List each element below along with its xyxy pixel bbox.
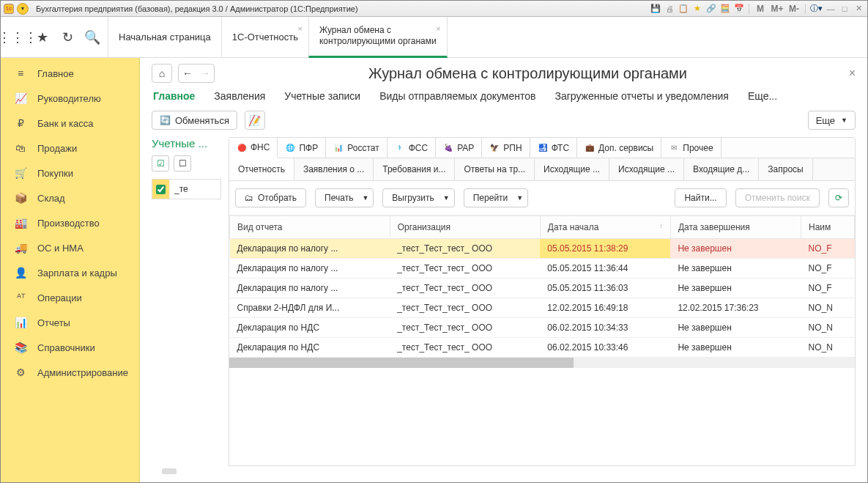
agency-label: Прочее <box>683 143 713 153</box>
mem-mminus[interactable]: M- <box>787 3 801 15</box>
print-icon[interactable]: 🖨 <box>664 3 675 15</box>
table-row[interactable]: Декларация по налогу ..._тест_Тест_тест_… <box>230 279 855 298</box>
sidebar-item[interactable]: 📈Руководителю <box>1 86 139 111</box>
doc-tab[interactable]: Исходящие ... <box>535 158 609 180</box>
save-icon[interactable]: 💾 <box>650 3 661 15</box>
agency-label: ФСС <box>409 143 428 153</box>
sidebar-item[interactable]: ⚙Администрирование <box>1 360 139 385</box>
exchange-button[interactable]: 🔄Обменяться <box>152 111 237 130</box>
subnav-item[interactable]: Загруженные отчеты и уведомления <box>554 90 729 102</box>
doc-tab[interactable]: Заявления о ... <box>294 158 374 180</box>
home-button[interactable]: ⌂ <box>152 64 172 83</box>
sidebar-icon: 👤 <box>14 267 27 279</box>
col-header[interactable]: Организация <box>390 216 540 239</box>
doc-tab[interactable]: Ответы на тр... <box>455 158 535 180</box>
table-row[interactable]: Декларация по НДС_тест_Тест_тест_ ООО06.… <box>230 338 855 358</box>
search-icon[interactable]: 🔍 <box>83 28 102 47</box>
col-header[interactable]: Дата начала↑ <box>540 216 670 239</box>
sidebar-item[interactable]: ᴬᵀОперации <box>1 285 139 310</box>
subnav-item[interactable]: Виды отправляемых документов <box>379 90 535 102</box>
horizontal-scrollbar[interactable] <box>229 358 855 368</box>
doc-tab[interactable]: Отчетность <box>229 158 294 180</box>
close-page-icon[interactable]: × <box>841 67 856 80</box>
agency-tab[interactable]: ⚕ФСС <box>387 138 436 158</box>
favorite-icon[interactable]: ★ <box>691 3 703 15</box>
scroll-handle[interactable] <box>162 468 177 474</box>
calc-icon[interactable]: 🧮 <box>719 3 731 15</box>
col-header[interactable]: Вид отчета <box>230 216 390 239</box>
table-row[interactable]: Декларация по налогу ..._тест_Тест_тест_… <box>230 259 855 279</box>
sidebar-item[interactable]: 📊Отчеты <box>1 310 139 335</box>
agency-tab[interactable]: 🛃ФТС <box>530 138 577 158</box>
history-icon[interactable]: ↻ <box>58 28 77 47</box>
agency-tab[interactable]: ✉Прочее <box>661 138 721 158</box>
table-row[interactable]: Справки 2-НДФЛ для И..._тест_Тест_тест_ … <box>230 298 855 318</box>
refresh-button[interactable]: ⟳ <box>828 188 849 207</box>
table-row[interactable]: Декларация по налогу ..._тест_Тест_тест_… <box>230 239 855 259</box>
accounts-heading: Учетные ... <box>152 137 221 150</box>
mem-m[interactable]: M <box>753 3 768 15</box>
apps-icon[interactable]: ⋮⋮⋮ <box>8 28 27 47</box>
agency-icon: 📊 <box>333 143 344 153</box>
copy-icon[interactable]: 📋 <box>678 3 689 15</box>
sidebar-item[interactable]: 🛒Покупки <box>1 161 139 185</box>
calendar-icon[interactable]: 📅 <box>733 3 745 15</box>
app-menu-dropdown[interactable]: ▾ <box>17 3 29 15</box>
reports-grid[interactable]: Вид отчетаОрганизацияДата начала↑Дата за… <box>229 215 855 465</box>
more-button[interactable]: Еще▼ <box>808 111 856 130</box>
table-row[interactable]: Декларация по НДС_тест_Тест_тест_ ООО06.… <box>230 318 855 338</box>
print-button[interactable]: Печать▼ <box>315 188 374 207</box>
doc-tab[interactable]: Запросы <box>759 158 812 180</box>
sidebar-item[interactable]: 🛍Продажи <box>1 136 139 161</box>
goto-button[interactable]: Перейти▼ <box>464 188 528 207</box>
agency-tab[interactable]: 🍇РАР <box>436 138 482 158</box>
sidebar-item[interactable]: 👤Зарплата и кадры <box>1 260 139 285</box>
sidebar-item[interactable]: 📚Справочники <box>1 335 139 360</box>
find-button[interactable]: Найти... <box>675 188 726 207</box>
subnav-item[interactable]: Главное <box>153 90 195 102</box>
agency-tab[interactable]: 🦅РПН <box>482 138 530 158</box>
sidebar-label: Банк и касса <box>37 118 94 129</box>
doc-tab[interactable]: Исходящие ... <box>609 158 684 180</box>
doc-tab[interactable]: Входящие д... <box>684 158 759 180</box>
subnav-item[interactable]: Еще... <box>748 90 777 102</box>
cell-end: Не завершен <box>670 259 801 279</box>
sidebar-item[interactable]: 📦Склад <box>1 185 139 210</box>
filter-button[interactable]: 🗂Отобрать <box>235 188 306 207</box>
close-icon[interactable]: × <box>436 24 440 33</box>
star-icon[interactable]: ★ <box>33 28 52 47</box>
export-button[interactable]: Выгрузить▼ <box>382 188 454 207</box>
close-icon[interactable]: × <box>298 24 303 33</box>
uncheck-all-icon[interactable]: ☐ <box>174 155 191 172</box>
doc-tab[interactable]: Требования и... <box>374 158 455 180</box>
disable-auto-icon[interactable]: 📝╱ <box>245 111 265 130</box>
tab-journal[interactable]: Журнал обмена сконтролирующими органами … <box>308 17 448 58</box>
sidebar-item[interactable]: 🚚ОС и НМА <box>1 235 139 260</box>
subnav-item[interactable]: Учетные записи <box>284 90 360 102</box>
sidebar-item[interactable]: ₽Банк и касса <box>1 111 139 136</box>
cell-name: NO_F <box>801 279 854 298</box>
minimize-icon[interactable]: — <box>825 3 837 15</box>
col-header[interactable]: Наим <box>801 216 854 239</box>
back-icon[interactable]: ← <box>179 64 196 82</box>
account-checkbox[interactable] <box>156 185 166 194</box>
mem-mplus[interactable]: M+ <box>770 3 784 15</box>
agency-tab[interactable]: 📊Росстат <box>326 138 387 158</box>
sidebar-item[interactable]: 🏭Производство <box>1 210 139 235</box>
agency-tab[interactable]: 💼Доп. сервисы <box>577 138 661 158</box>
sidebar-icon: ≡ <box>14 67 27 79</box>
subnav-item[interactable]: Заявления <box>214 90 265 102</box>
tab-1c-report[interactable]: 1С-Отчетность× <box>221 17 308 58</box>
sidebar-item[interactable]: ≡Главное <box>1 61 139 86</box>
account-row[interactable]: _те <box>152 179 221 199</box>
link-icon[interactable]: 🔗 <box>705 3 717 15</box>
close-window-icon[interactable]: ✕ <box>853 3 864 15</box>
agency-tab[interactable]: 🌐ПФР <box>278 138 326 158</box>
tab-home[interactable]: Начальная страница <box>108 17 221 58</box>
agency-tab[interactable]: 🔴ФНС <box>229 138 278 158</box>
info-icon[interactable]: ⓘ▾ <box>809 3 823 15</box>
restore-icon[interactable]: □ <box>839 3 850 15</box>
nav-back-forward[interactable]: ← → <box>178 64 215 83</box>
col-header[interactable]: Дата завершения <box>670 216 801 239</box>
check-all-icon[interactable]: ☑ <box>152 155 169 172</box>
